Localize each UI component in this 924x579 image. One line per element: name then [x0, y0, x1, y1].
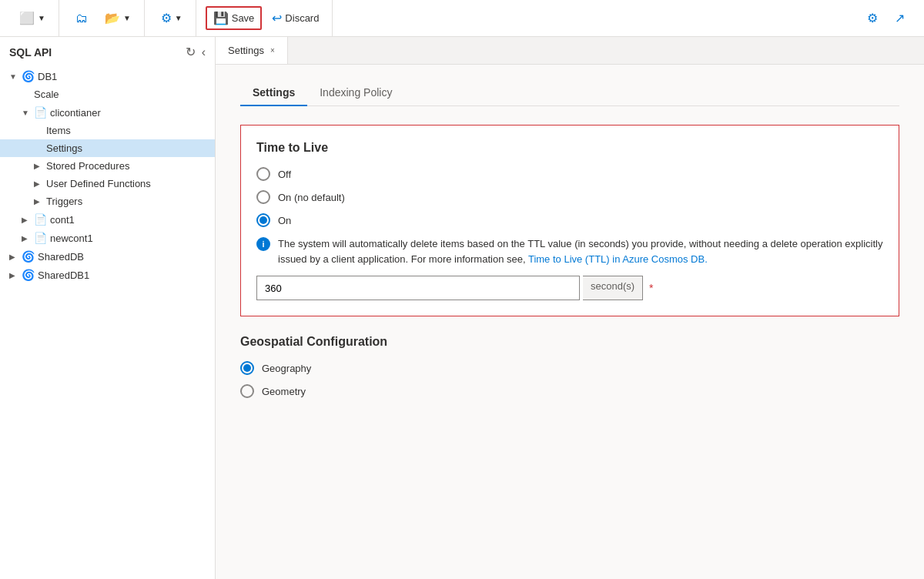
- ttl-off-label: Off: [278, 169, 291, 180]
- sidebar-item-stored-procedures[interactable]: ▶ Stored Procedures: [0, 157, 215, 175]
- sidebar-title: SQL API: [9, 46, 52, 59]
- geo-section: Geospatial Configuration Geography Geome…: [240, 335, 899, 423]
- content-area: Settings × Settings Indexing Policy Time…: [216, 37, 924, 579]
- required-star: *: [649, 282, 653, 294]
- ttl-info-text: The system will automatically delete ite…: [278, 236, 883, 266]
- toolbar-group-right: ⚙ ↗: [854, 0, 918, 36]
- ttl-title: Time to Live: [256, 141, 883, 155]
- geo-geography-option[interactable]: Geography: [240, 361, 899, 375]
- sidebar-item-shareddb[interactable]: ▶ 🌀 SharedDB: [0, 247, 215, 266]
- shareddb1-icon: 🌀: [22, 269, 35, 281]
- sidebar-shareddb-label: SharedDB: [38, 251, 84, 263]
- sidebar-settings-label: Settings: [46, 142, 82, 154]
- tab-settings[interactable]: Settings ×: [216, 37, 288, 64]
- ttl-info-box: i The system will automatically delete i…: [256, 236, 883, 266]
- save-button[interactable]: 💾 Save: [206, 6, 263, 30]
- sidebar-shareddb1-label: SharedDB1: [38, 269, 89, 281]
- geo-title: Geospatial Configuration: [240, 335, 899, 349]
- sidebar: SQL API ↻ ‹ ▼ 🌀 DB1 Scale ▼ 📄 clicontian…: [0, 37, 216, 579]
- shareddb-chevron-icon: ▶: [9, 253, 18, 261]
- db1-chevron-icon: ▼: [9, 72, 18, 81]
- open-chevron-icon: ▼: [123, 14, 131, 22]
- sidebar-item-db1[interactable]: ▼ 🌀 DB1: [0, 67, 215, 85]
- ttl-on-no-default-option[interactable]: On (no default): [256, 190, 883, 204]
- toolbar: ⬜ ▼ 🗂 📂 ▼ ⚙ ▼ 💾 Save ↩ Discard ⚙: [0, 0, 924, 37]
- sidebar-item-cont1[interactable]: ▶ 📄 cont1: [0, 210, 215, 229]
- collapse-button[interactable]: ‹: [202, 45, 206, 59]
- geo-geography-radio[interactable]: [240, 361, 254, 375]
- sidebar-stored-procedures-label: Stored Procedures: [46, 160, 129, 172]
- triggers-chevron-icon: ▶: [34, 197, 43, 206]
- sidebar-items-label: Items: [46, 125, 71, 136]
- gear-icon: ⚙: [867, 11, 878, 25]
- new-icon: ⬜: [19, 11, 35, 25]
- sidebar-cont1-label: cont1: [50, 214, 75, 226]
- toolbar-group-save: 💾 Save ↩ Discard: [199, 0, 333, 36]
- main-layout: SQL API ↻ ‹ ▼ 🌀 DB1 Scale ▼ 📄 clicontian…: [0, 37, 924, 579]
- clicontianer-icon: 📄: [34, 106, 47, 119]
- sidebar-item-clicontianer[interactable]: ▼ 📄 clicontianer: [0, 103, 215, 122]
- ttl-off-radio[interactable]: [256, 167, 270, 181]
- new-chevron-icon: ▼: [38, 14, 45, 22]
- ttl-off-option[interactable]: Off: [256, 167, 883, 181]
- udf-chevron-icon: ▶: [34, 179, 43, 188]
- open-icon: 🗂: [75, 12, 88, 25]
- indexing-policy-tab-label: Indexing Policy: [320, 86, 392, 99]
- sidebar-item-triggers[interactable]: ▶ Triggers: [0, 192, 215, 210]
- sidebar-clicontianer-label: clicontianer: [50, 107, 101, 119]
- tab-close-icon[interactable]: ×: [270, 46, 275, 55]
- db1-icon: 🌀: [22, 70, 35, 82]
- newcont1-icon: 📄: [34, 232, 47, 244]
- cont1-chevron-icon: ▶: [22, 216, 31, 224]
- geo-geometry-label: Geometry: [262, 386, 306, 397]
- settings-page: Settings Indexing Policy Time to Live Of…: [216, 65, 924, 579]
- ttl-input[interactable]: [256, 276, 580, 300]
- discard-button[interactable]: ↩ Discard: [265, 7, 326, 29]
- expand-button[interactable]: ↗: [888, 7, 912, 29]
- sidebar-item-settings[interactable]: Settings: [0, 139, 215, 157]
- sidebar-item-udf[interactable]: ▶ User Defined Functions: [0, 175, 215, 192]
- ttl-section: Time to Live Off On (no default) On: [240, 125, 899, 316]
- refresh-button[interactable]: ↻: [186, 45, 196, 59]
- open-button[interactable]: 🗂: [69, 8, 95, 29]
- discard-icon: ↩: [272, 11, 282, 25]
- settings-toolbar-button[interactable]: ⚙ ▼: [154, 7, 189, 29]
- shareddb1-chevron-icon: ▶: [9, 271, 18, 279]
- ttl-suffix: second(s): [583, 276, 643, 300]
- shareddb-icon: 🌀: [22, 250, 35, 263]
- sidebar-header: SQL API ↻ ‹: [0, 37, 215, 67]
- clicontianer-chevron-icon: ▼: [22, 109, 31, 117]
- settings-toolbar-icon: ⚙: [161, 11, 172, 25]
- settings-gear-button[interactable]: ⚙: [860, 7, 885, 29]
- save-label: Save: [232, 12, 255, 24]
- settings-tab-label: Settings: [253, 86, 295, 99]
- tab-settings-tab[interactable]: Settings: [240, 80, 307, 106]
- open-dropdown-button[interactable]: 📂 ▼: [98, 7, 138, 29]
- ttl-on-no-default-radio[interactable]: [256, 190, 270, 204]
- toolbar-group-new: ⬜ ▼: [6, 0, 59, 36]
- toolbar-group-open: 🗂 📂 ▼: [62, 0, 145, 36]
- settings-chevron-icon: ▼: [175, 14, 182, 22]
- sidebar-newcont1-label: newcont1: [50, 233, 93, 244]
- ttl-on-radio[interactable]: [256, 213, 270, 227]
- cont1-icon: 📄: [34, 213, 47, 226]
- sidebar-item-label: DB1: [38, 71, 57, 82]
- ttl-on-label: On: [278, 215, 291, 226]
- info-icon: i: [256, 237, 270, 251]
- sidebar-item-items[interactable]: Items: [0, 122, 215, 139]
- ttl-info-link[interactable]: Time to Live (TTL) in Azure Cosmos DB.: [528, 253, 708, 265]
- sidebar-udf-label: User Defined Functions: [46, 178, 151, 189]
- new-button[interactable]: ⬜ ▼: [12, 7, 52, 29]
- geo-geometry-radio[interactable]: [240, 384, 254, 398]
- sidebar-item-scale[interactable]: Scale: [0, 85, 215, 103]
- expand-icon: ↗: [895, 11, 905, 25]
- sidebar-item-shareddb1[interactable]: ▶ 🌀 SharedDB1: [0, 266, 215, 284]
- toolbar-group-settings: ⚙ ▼: [148, 0, 196, 36]
- sidebar-scale-label: Scale: [34, 89, 59, 100]
- stored-procedures-chevron-icon: ▶: [34, 162, 43, 170]
- ttl-on-option[interactable]: On: [256, 213, 883, 227]
- geo-geometry-option[interactable]: Geometry: [240, 384, 899, 398]
- tab-indexing-policy[interactable]: Indexing Policy: [307, 80, 404, 106]
- sidebar-item-newcont1[interactable]: ▶ 📄 newcont1: [0, 229, 215, 247]
- open-dropdown-icon: 📂: [105, 11, 120, 25]
